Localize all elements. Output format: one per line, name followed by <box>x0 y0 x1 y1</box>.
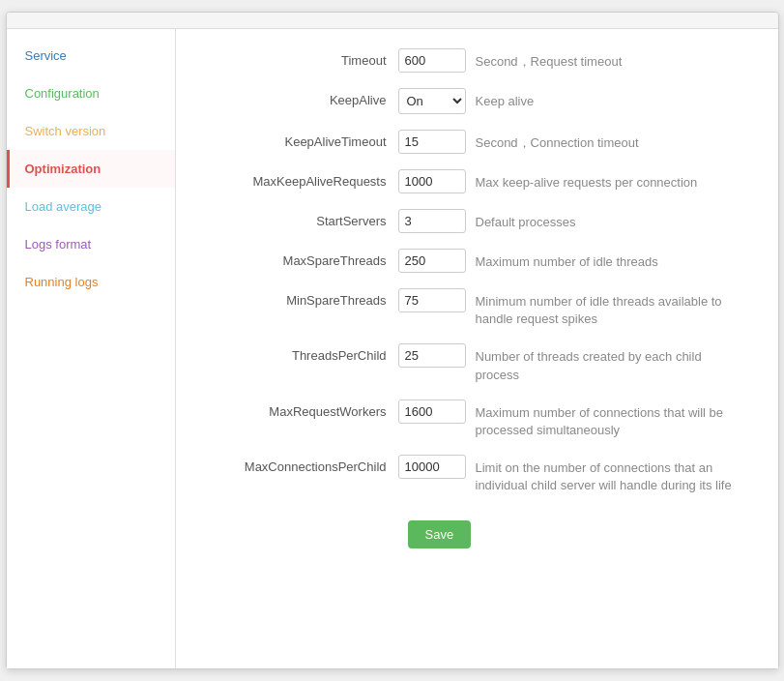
sidebar: ServiceConfigurationSwitch versionOptimi… <box>7 29 176 668</box>
field-hint-2: Second，Connection timeout <box>476 130 639 152</box>
field-input-keepalivetimeout[interactable] <box>398 130 466 154</box>
field-label-6: MinSpareThreads <box>205 288 398 308</box>
form-row-7: ThreadsPerChildNumber of threads created… <box>205 343 749 383</box>
field-label-3: MaxKeepAliveRequests <box>205 169 398 189</box>
field-input-threadsperchild[interactable] <box>398 343 466 368</box>
form-row-3: MaxKeepAliveRequestsMax keep-alive reque… <box>205 169 749 193</box>
content-area: ServiceConfigurationSwitch versionOptimi… <box>7 29 778 668</box>
sidebar-item-service[interactable]: Service <box>7 37 175 74</box>
title-bar <box>7 13 778 29</box>
form-row-5: MaxSpareThreadsMaximum number of idle th… <box>205 249 749 273</box>
field-label-5: MaxSpareThreads <box>205 249 398 268</box>
field-hint-0: Second，Request timeout <box>476 48 623 71</box>
field-hint-5: Maximum number of idle threads <box>476 249 658 271</box>
field-label-0: Timeout <box>205 48 398 68</box>
sidebar-item-configuration[interactable]: Configuration <box>7 74 175 112</box>
app-window: ServiceConfigurationSwitch versionOptimi… <box>6 12 779 669</box>
field-hint-9: Limit on the number of connections that … <box>476 455 749 494</box>
sidebar-item-logs-format[interactable]: Logs format <box>7 225 175 263</box>
field-hint-8: Maximum number of connections that will … <box>476 400 749 439</box>
field-label-1: KeepAlive <box>205 88 398 107</box>
field-hint-3: Max keep-alive requests per connection <box>476 169 698 192</box>
sidebar-item-running-logs[interactable]: Running logs <box>7 263 175 301</box>
form-row-0: TimeoutSecond，Request timeout <box>205 48 749 73</box>
form-row-9: MaxConnectionsPerChildLimit on the numbe… <box>205 455 749 494</box>
save-button[interactable]: Save <box>408 520 472 548</box>
form-row-4: StartServersDefault processes <box>205 209 749 233</box>
field-hint-7: Number of threads created by each child … <box>476 343 749 383</box>
field-label-8: MaxRequestWorkers <box>205 400 398 419</box>
form-row-2: KeepAliveTimeoutSecond，Connection timeou… <box>205 130 749 154</box>
field-input-timeout[interactable] <box>398 48 466 73</box>
field-hint-6: Minimum number of idle threads available… <box>476 288 749 328</box>
sidebar-item-optimization[interactable]: Optimization <box>7 150 175 188</box>
field-hint-4: Default processes <box>476 209 576 231</box>
field-input-maxconnectionsperchild[interactable] <box>398 455 466 479</box>
field-select-keepalive[interactable]: OnOff <box>398 88 466 114</box>
field-label-4: StartServers <box>205 209 398 228</box>
form-row-1: KeepAliveOnOffKeep alive <box>205 88 749 114</box>
field-input-minsparethreads[interactable] <box>398 288 466 312</box>
field-input-maxrequestworkers[interactable] <box>398 400 466 424</box>
field-input-maxkeepaliverequests[interactable] <box>398 169 466 193</box>
sidebar-item-switch-version[interactable]: Switch version <box>7 112 175 150</box>
field-label-2: KeepAliveTimeout <box>205 130 398 149</box>
field-hint-1: Keep alive <box>476 88 535 110</box>
form-row-8: MaxRequestWorkersMaximum number of conne… <box>205 400 749 439</box>
field-label-7: ThreadsPerChild <box>205 343 398 363</box>
field-input-maxsparethreads[interactable] <box>398 249 466 273</box>
field-input-startservers[interactable] <box>398 209 466 233</box>
field-label-9: MaxConnectionsPerChild <box>205 455 398 474</box>
main-panel: TimeoutSecond，Request timeoutKeepAliveOn… <box>176 29 778 668</box>
sidebar-item-load-average[interactable]: Load average <box>7 188 175 225</box>
form-row-6: MinSpareThreadsMinimum number of idle th… <box>205 288 749 328</box>
